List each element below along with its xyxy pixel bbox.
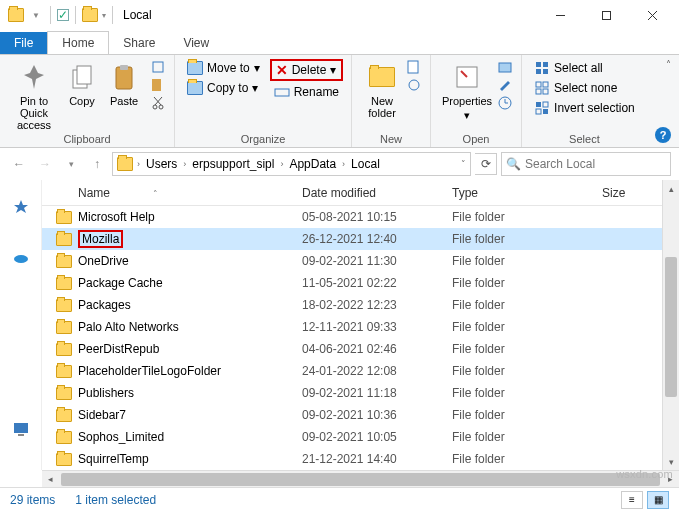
table-row[interactable]: Palo Alto Networks12-11-2021 09:33File f…	[42, 316, 679, 338]
group-new: New folder New	[352, 55, 431, 147]
table-row[interactable]: Sidebar709-02-2021 10:36File folder	[42, 404, 679, 426]
help-icon[interactable]: ?	[655, 127, 671, 143]
file-date: 11-05-2021 02:22	[302, 276, 452, 290]
large-icons-view-button[interactable]: ▦	[647, 491, 669, 509]
refresh-button[interactable]: ⟳	[475, 153, 497, 175]
select-none-button[interactable]: Select none	[530, 79, 639, 97]
details-view-button[interactable]: ≡	[621, 491, 643, 509]
paste-shortcut-icon[interactable]	[150, 77, 166, 93]
file-type: File folder	[452, 210, 602, 224]
copy-to-icon	[187, 80, 203, 96]
up-button[interactable]: ↑	[86, 153, 108, 175]
column-headers[interactable]: Name ˄ Date modified Type Size	[42, 180, 679, 206]
qat-dropdown-icon[interactable]: ▼	[28, 7, 44, 23]
col-date[interactable]: Date modified	[302, 186, 452, 200]
minimize-button[interactable]	[537, 0, 583, 30]
svg-rect-24	[536, 82, 541, 87]
properties-button[interactable]: Properties ▾	[439, 59, 495, 124]
svg-rect-34	[18, 434, 24, 436]
table-row[interactable]: Publishers09-02-2021 11:18File folder	[42, 382, 679, 404]
scroll-up-icon[interactable]: ▴	[663, 180, 679, 197]
folder-icon	[56, 409, 72, 422]
file-date: 12-11-2021 09:33	[302, 320, 452, 334]
paste-button[interactable]: Paste	[104, 59, 144, 109]
maximize-button[interactable]	[583, 0, 629, 30]
scroll-left-icon[interactable]: ◂	[42, 471, 59, 488]
watermark: wsxdn.com	[616, 468, 673, 480]
crumb-local[interactable]: Local	[349, 157, 382, 171]
onedrive-icon[interactable]	[12, 248, 30, 266]
delete-button[interactable]: ✕Delete ▾	[270, 59, 343, 81]
table-row[interactable]: OneDrive09-02-2021 11:30File folder	[42, 250, 679, 272]
table-row[interactable]: PlaceholderTileLogoFolder24-01-2022 12:0…	[42, 360, 679, 382]
folder-icon[interactable]	[82, 8, 98, 22]
tab-file[interactable]: File	[0, 32, 47, 54]
file-date: 18-02-2022 12:23	[302, 298, 452, 312]
invert-selection-icon	[534, 100, 550, 116]
table-row[interactable]: PeerDistRepub04-06-2021 02:46File folder	[42, 338, 679, 360]
chevron-down-icon[interactable]: ˅	[461, 159, 466, 169]
svg-point-11	[159, 105, 163, 109]
folder-icon	[56, 321, 72, 334]
tab-view[interactable]: View	[169, 32, 223, 54]
scroll-thumb[interactable]	[665, 257, 677, 397]
file-type: File folder	[452, 232, 602, 246]
copy-button[interactable]: Copy	[62, 59, 102, 109]
select-all-button[interactable]: Select all	[530, 59, 639, 77]
new-folder-icon	[366, 61, 398, 93]
crumb-user[interactable]: erpsupport_sipl	[190, 157, 276, 171]
cut-icon[interactable]	[150, 95, 166, 111]
copy-icon	[66, 61, 98, 93]
table-row[interactable]: Package Cache11-05-2021 02:22File folder	[42, 272, 679, 294]
table-row[interactable]: Packages18-02-2022 12:23File folder	[42, 294, 679, 316]
file-date: 09-02-2021 10:36	[302, 408, 452, 422]
col-type[interactable]: Type	[452, 186, 602, 200]
crumb-users[interactable]: Users	[144, 157, 179, 171]
close-button[interactable]	[629, 0, 675, 30]
new-item-icon[interactable]	[406, 59, 422, 75]
file-type: File folder	[452, 254, 602, 268]
tab-home[interactable]: Home	[47, 31, 109, 54]
status-bar: 29 items 1 item selected ≡ ▦	[0, 487, 679, 511]
pin-button[interactable]: Pin to Quick access	[8, 59, 60, 133]
checkbox-icon[interactable]: ✓	[57, 9, 69, 21]
this-pc-icon[interactable]	[12, 420, 30, 438]
move-to-button[interactable]: Move to ▾	[183, 59, 264, 77]
col-name[interactable]: Name ˄	[42, 186, 302, 200]
edit-icon[interactable]	[497, 77, 513, 93]
table-row[interactable]: Sophos_Limited09-02-2021 10:05File folde…	[42, 426, 679, 448]
copy-path-icon[interactable]	[150, 59, 166, 75]
breadcrumb[interactable]: › Users› erpsupport_sipl› AppData› Local…	[112, 152, 471, 176]
copy-to-button[interactable]: Copy to ▾	[183, 79, 264, 97]
hscroll-thumb[interactable]	[61, 473, 660, 486]
group-organize: Move to ▾ Copy to ▾ ✕Delete ▾ Rename Org…	[175, 55, 352, 147]
collapse-ribbon-icon[interactable]: ˄	[666, 59, 671, 70]
back-button[interactable]: ←	[8, 153, 30, 175]
svg-rect-1	[602, 11, 610, 19]
vertical-scrollbar[interactable]: ▴ ▾	[662, 180, 679, 470]
rename-button[interactable]: Rename	[270, 83, 343, 101]
horizontal-scrollbar[interactable]: ◂ ▸	[42, 470, 679, 487]
easy-access-icon[interactable]	[406, 77, 422, 93]
svg-rect-14	[275, 89, 289, 96]
open-icon[interactable]	[497, 59, 513, 75]
tab-share[interactable]: Share	[109, 32, 169, 54]
svg-point-16	[409, 80, 419, 90]
nav-pane[interactable]	[0, 180, 42, 470]
crumb-appdata[interactable]: AppData	[287, 157, 338, 171]
search-input[interactable]: 🔍 Search Local	[501, 152, 671, 176]
chevron-right-icon[interactable]: ›	[135, 159, 142, 169]
svg-rect-20	[536, 62, 541, 67]
invert-selection-button[interactable]: Invert selection	[530, 99, 639, 117]
table-row[interactable]: Microsoft Help05-08-2021 10:15File folde…	[42, 206, 679, 228]
svg-rect-15	[408, 61, 418, 73]
group-clipboard: Pin to Quick access Copy Paste Clipboard	[0, 55, 175, 147]
table-row[interactable]: Mozilla26-12-2021 12:40File folder	[42, 228, 679, 250]
recent-locations-button[interactable]: ▾	[60, 153, 82, 175]
forward-button[interactable]: →	[34, 153, 56, 175]
quick-access-icon[interactable]	[12, 198, 30, 216]
group-open: Properties ▾ Open	[431, 55, 522, 147]
new-folder-button[interactable]: New folder	[360, 59, 404, 121]
history-icon[interactable]	[497, 95, 513, 111]
table-row[interactable]: SquirrelTemp21-12-2021 14:40File folder	[42, 448, 679, 470]
